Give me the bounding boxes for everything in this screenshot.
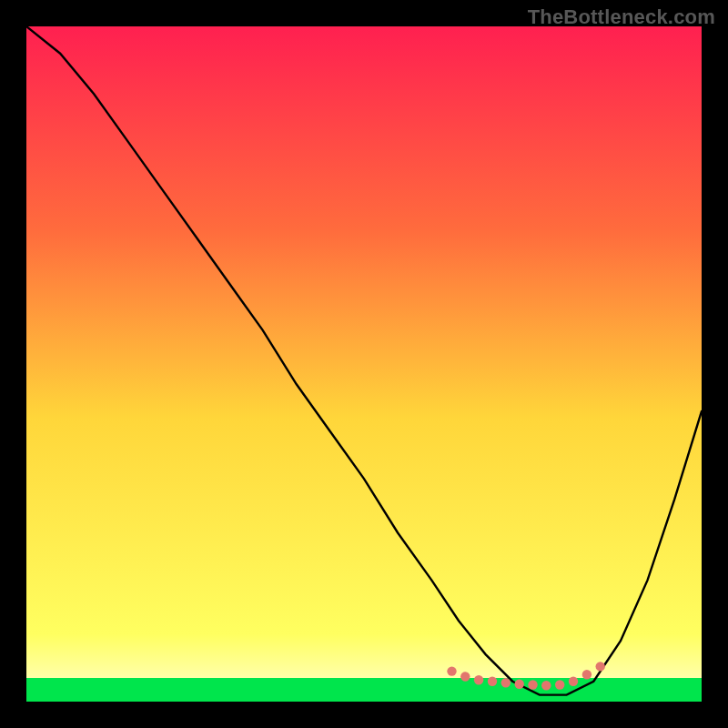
watermark-text: TheBottleneck.com bbox=[528, 5, 715, 29]
scatter-point bbox=[515, 680, 524, 689]
plot-area bbox=[26, 26, 702, 702]
scatter-point bbox=[474, 675, 483, 684]
scatter-point bbox=[569, 677, 578, 686]
scatter-point bbox=[541, 681, 551, 690]
scatter-point bbox=[528, 680, 537, 689]
scatter-point bbox=[488, 677, 497, 686]
scatter-point bbox=[596, 662, 605, 671]
scatter-point bbox=[501, 678, 511, 687]
chart-svg bbox=[26, 26, 702, 702]
scatter-point bbox=[555, 680, 564, 689]
figure-root: TheBottleneck.com bbox=[0, 0, 728, 728]
scatter-point bbox=[447, 666, 456, 675]
scatter-point bbox=[582, 670, 592, 679]
scatter-point bbox=[460, 672, 470, 681]
plot-background bbox=[26, 26, 702, 702]
